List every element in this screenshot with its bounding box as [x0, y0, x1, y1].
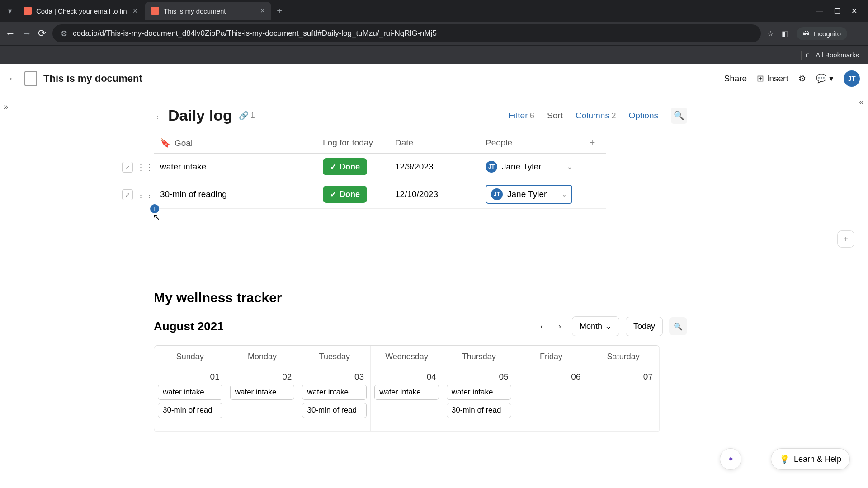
options-button[interactable]: Options — [629, 111, 658, 121]
document-icon[interactable] — [24, 71, 37, 86]
side-panel-icon[interactable]: ◧ — [782, 29, 788, 38]
ai-assistant-button[interactable]: ✦ — [720, 448, 741, 470]
avatar: JT — [486, 161, 497, 173]
incognito-badge[interactable]: 🕶 Incognito — [797, 27, 847, 40]
calendar-prev-button[interactable]: ‹ — [536, 319, 547, 334]
document-title[interactable]: This is my document — [43, 73, 142, 84]
add-column-button[interactable]: + — [590, 137, 595, 148]
done-button[interactable]: ✓Done — [323, 158, 367, 175]
goal-cell[interactable]: water intake — [160, 162, 206, 171]
wellness-tracker: My wellness tracker August 2021 ‹ › Mont… — [154, 290, 687, 432]
expand-row-icon[interactable]: ⤢ — [122, 162, 133, 173]
new-tab-button[interactable]: + — [272, 4, 287, 18]
app-header: ← This is my document Share ⊞ Insert ⚙ 💬… — [0, 64, 868, 93]
minimize-icon[interactable]: — — [816, 7, 823, 15]
tab-bar: ▾ Coda | Check your email to fin × This … — [0, 0, 868, 22]
calendar-event[interactable]: water intake — [302, 385, 367, 400]
incognito-icon: 🕶 — [803, 30, 810, 38]
table-controls: Filter6 Sort Columns2 Options 🔍 — [509, 108, 687, 124]
people-cell[interactable]: JT Jane Tyler ⌄ — [486, 161, 572, 173]
favicon-icon — [24, 7, 32, 15]
column-header-people[interactable]: People — [479, 132, 579, 154]
insert-button[interactable]: ⊞ Insert — [757, 73, 788, 84]
calendar-cell[interactable]: 07 — [587, 368, 660, 432]
calendar-event[interactable]: water intake — [158, 385, 222, 400]
all-bookmarks-button[interactable]: All Bookmarks — [816, 51, 859, 59]
bookmark-icon: 🔖 — [160, 138, 171, 148]
share-button[interactable]: Share — [724, 74, 747, 84]
tracker-title[interactable]: My wellness tracker — [154, 290, 687, 305]
url-text: coda.io/d/This-is-my-document_d84lv0ZibP… — [73, 29, 437, 38]
date-cell[interactable]: 12/10/2023 — [389, 180, 479, 209]
goal-cell[interactable]: 30-min of reading — [160, 189, 227, 199]
day-header: Friday — [515, 346, 588, 368]
settings-icon[interactable]: ⚙ — [798, 73, 806, 84]
calendar-cell[interactable]: 06 — [515, 368, 588, 432]
calendar-next-button[interactable]: › — [554, 319, 566, 334]
insert-icon: ⊞ — [757, 73, 764, 84]
tab-title: Coda | Check your email to fin — [36, 7, 128, 15]
add-block-button[interactable]: + — [837, 230, 854, 248]
people-cell-selected[interactable]: JT Jane Tyler ⌄ — [486, 185, 572, 204]
filter-button[interactable]: Filter6 — [509, 111, 534, 121]
column-header-goal[interactable]: 🔖Goal — [154, 132, 316, 154]
date-cell[interactable]: 12/9/2023 — [389, 154, 479, 180]
day-header: Monday — [226, 346, 299, 368]
close-icon[interactable]: × — [260, 6, 265, 16]
expand-sidebar-icon[interactable]: » — [4, 102, 8, 112]
site-settings-icon[interactable]: ⚙ — [61, 29, 67, 38]
expand-row-icon[interactable]: ⤢ — [122, 189, 133, 200]
close-window-icon[interactable]: ✕ — [851, 7, 857, 15]
forward-button[interactable]: → — [22, 28, 32, 39]
favicon-icon — [151, 7, 159, 15]
collapse-panel-icon[interactable]: « — [859, 98, 863, 107]
browser-tab-1[interactable]: Coda | Check your email to fin × — [17, 2, 144, 20]
calendar-cell[interactable]: 01 water intake 30-min of read — [154, 368, 226, 432]
calendar-event[interactable]: 30-min of read — [447, 403, 511, 418]
calendar-event[interactable]: 30-min of read — [158, 403, 222, 418]
calendar-event[interactable]: 30-min of read — [302, 403, 367, 418]
maximize-icon[interactable]: ❐ — [834, 7, 840, 15]
reference-badge[interactable]: 🔗 1 — [239, 111, 255, 121]
reload-button[interactable]: ⟳ — [38, 28, 46, 39]
back-button[interactable]: ← — [5, 28, 15, 39]
browser-chrome: ▾ Coda | Check your email to fin × This … — [0, 0, 868, 64]
column-header-date[interactable]: Date — [389, 132, 479, 154]
day-header: Thursday — [443, 346, 515, 368]
calendar-event[interactable]: water intake — [447, 385, 511, 400]
drag-handle-icon[interactable]: ⋮ — [154, 111, 162, 121]
column-header-log[interactable]: Log for today — [316, 132, 389, 154]
columns-button[interactable]: Columns2 — [576, 111, 616, 121]
calendar-today-button[interactable]: Today — [626, 317, 663, 336]
calendar-cell[interactable]: 05 water intake 30-min of read — [443, 368, 515, 432]
drag-handle-icon[interactable]: ⋮⋮ — [137, 190, 154, 200]
window-controls: — ❐ ✕ — [816, 7, 864, 15]
tab-title: This is my document — [164, 7, 255, 15]
calendar-view-select[interactable]: Month⌄ — [572, 316, 619, 336]
table-title[interactable]: Daily log — [168, 107, 232, 124]
browser-menu-icon[interactable]: ⋮ — [855, 29, 863, 38]
calendar-search-button[interactable]: 🔍 — [669, 317, 687, 335]
drag-handle-icon[interactable]: ⋮⋮ — [137, 162, 154, 173]
learn-help-button[interactable]: 💡 Learn & Help — [771, 448, 850, 470]
table-row[interactable]: ⤢⋮⋮ 30-min of reading ✓Done 12/10/2023 J… — [154, 180, 606, 209]
url-input[interactable]: ⚙ coda.io/d/This-is-my-document_d84lv0Zi… — [52, 24, 761, 42]
bookmark-star-icon[interactable]: ☆ — [767, 29, 774, 38]
user-avatar[interactable]: JT — [844, 70, 860, 87]
doc-back-button[interactable]: ← — [8, 73, 18, 84]
tab-search-dropdown[interactable]: ▾ — [4, 5, 16, 17]
close-icon[interactable]: × — [132, 6, 137, 16]
calendar-event[interactable]: water intake — [230, 385, 295, 400]
comments-icon[interactable]: 💬 ▾ — [816, 73, 834, 84]
cursor-icon: ↖ — [153, 211, 160, 222]
search-table-button[interactable]: 🔍 — [671, 108, 687, 124]
calendar-cell[interactable]: 03 water intake 30-min of read — [298, 368, 371, 432]
calendar-cell[interactable]: 02 water intake — [226, 368, 299, 432]
done-button[interactable]: ✓Done — [323, 186, 367, 203]
table-row[interactable]: ⤢⋮⋮ water intake ✓Done 12/9/2023 JT Jane… — [154, 154, 606, 180]
browser-tab-2[interactable]: This is my document × — [145, 2, 271, 20]
calendar-event[interactable]: water intake — [374, 385, 439, 400]
day-header: Saturday — [587, 346, 660, 368]
calendar-cell[interactable]: 04 water intake — [371, 368, 443, 432]
sort-button[interactable]: Sort — [547, 111, 563, 121]
